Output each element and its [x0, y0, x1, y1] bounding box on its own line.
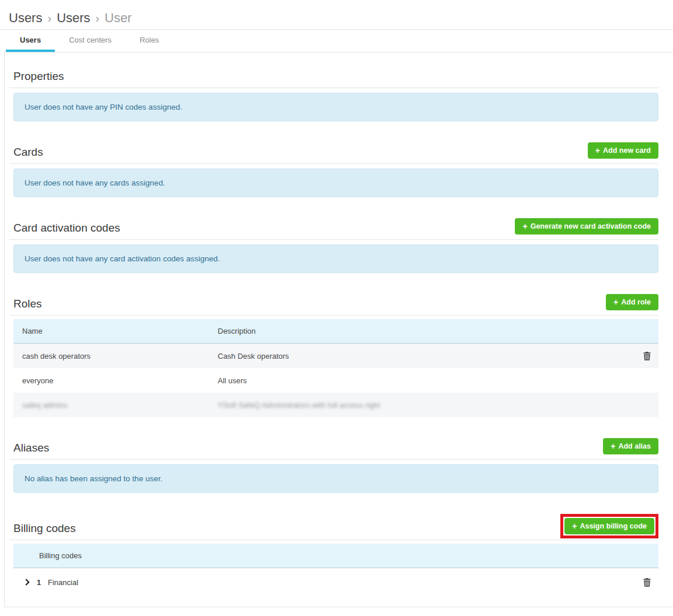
- role-description: YSoft SafeQ Administrators with full acc…: [218, 401, 635, 410]
- properties-section-header: Properties: [9, 70, 658, 88]
- main-panel: Properties User does not have any PIN co…: [4, 52, 673, 607]
- trash-icon: [643, 578, 651, 587]
- cards-section-header: Cards + Add new card: [9, 142, 658, 164]
- roles-section-header: Roles + Add role: [9, 294, 658, 316]
- roles-table-header: Name Description: [13, 319, 658, 344]
- breadcrumb: Users › Users › User: [0, 0, 673, 29]
- add-role-label: Add role: [621, 298, 651, 306]
- aliases-section-header: Aliases + Add alias: [9, 438, 658, 460]
- assign-billing-code-label: Assign billing code: [580, 522, 647, 530]
- table-row: 1 Financial: [13, 568, 658, 596]
- delete-role-button[interactable]: [635, 349, 658, 363]
- add-new-card-button[interactable]: + Add new card: [588, 142, 658, 159]
- billing-code-index: 1: [34, 578, 46, 587]
- billing-code-name: Financial: [46, 578, 635, 587]
- trash-icon: [643, 352, 651, 360]
- breadcrumb-users[interactable]: Users: [9, 10, 42, 26]
- delete-billing-code-button[interactable]: [635, 576, 658, 589]
- roles-table: Name Description cash desk operators Cas…: [13, 319, 658, 417]
- tab-cost-centers[interactable]: Cost centers: [55, 30, 125, 52]
- add-new-card-label: Add new card: [603, 146, 651, 155]
- role-name: cash desk operators: [13, 352, 218, 360]
- billing-codes-section-header: Billing codes + Assign billing code: [9, 514, 658, 540]
- tab-bar: Users Cost centers Roles: [0, 29, 673, 52]
- properties-empty-message: User does not have any PIN codes assigne…: [13, 93, 658, 121]
- red-highlight-annotation: + Assign billing code: [560, 514, 658, 538]
- role-description: All users: [218, 376, 635, 385]
- card-activation-codes-section-header: Card activation codes + Generate new car…: [9, 218, 658, 240]
- add-role-button[interactable]: + Add role: [606, 294, 658, 310]
- generate-card-activation-code-button[interactable]: + Generate new card activation code: [515, 218, 658, 235]
- cards-empty-message: User does not have any cards assigned.: [13, 169, 658, 197]
- roles-column-description: Description: [218, 327, 635, 335]
- plus-icon: +: [595, 146, 600, 155]
- generate-card-activation-code-label: Generate new card activation code: [531, 222, 651, 230]
- properties-title: Properties: [9, 70, 64, 83]
- plus-icon: +: [572, 522, 577, 530]
- assign-billing-code-button[interactable]: + Assign billing code: [564, 518, 654, 534]
- add-alias-button[interactable]: + Add alias: [603, 438, 658, 454]
- expand-billing-code-button[interactable]: [13, 579, 34, 586]
- breadcrumb-separator-icon: ›: [47, 11, 51, 25]
- table-row: safeq admins YSoft SafeQ Administrators …: [13, 393, 658, 417]
- roles-column-name: Name: [13, 327, 218, 335]
- aliases-title: Aliases: [9, 442, 49, 454]
- footer-actions: SAVE CHANGES DISCARD CHANGES: [0, 607, 673, 616]
- billing-codes-table: Billing codes 1 Financial: [13, 544, 658, 596]
- roles-title: Roles: [9, 298, 42, 310]
- card-activation-codes-empty-message: User does not have any card activation c…: [13, 244, 658, 273]
- table-row: everyone All users: [13, 368, 658, 393]
- billing-codes-column: Billing codes: [13, 551, 82, 560]
- breadcrumb-users-2[interactable]: Users: [57, 10, 90, 26]
- role-name: everyone: [13, 376, 218, 385]
- table-row: cash desk operators Cash Desk operators: [13, 344, 658, 368]
- aliases-empty-message: No alias has been assigned to the user.: [13, 464, 658, 493]
- billing-codes-title: Billing codes: [9, 522, 76, 535]
- tab-users[interactable]: Users: [6, 30, 55, 52]
- tab-roles[interactable]: Roles: [125, 30, 173, 52]
- add-alias-label: Add alias: [618, 442, 651, 450]
- breadcrumb-separator-icon: ›: [96, 11, 100, 25]
- billing-codes-table-header: Billing codes: [13, 544, 658, 568]
- card-activation-codes-title: Card activation codes: [9, 222, 120, 235]
- plus-icon: +: [613, 298, 618, 306]
- cards-title: Cards: [9, 146, 43, 159]
- role-description: Cash Desk operators: [218, 352, 635, 360]
- role-name: safeq admins: [13, 401, 218, 410]
- breadcrumb-user-current: User: [104, 10, 131, 26]
- plus-icon: +: [611, 442, 615, 450]
- chevron-right-icon: [24, 579, 31, 586]
- plus-icon: +: [522, 222, 527, 230]
